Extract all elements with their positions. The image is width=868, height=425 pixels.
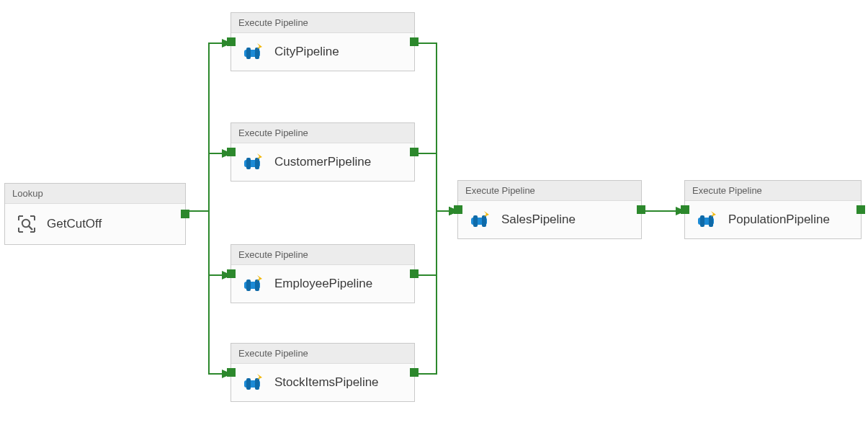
activity-type-label: Execute Pipeline	[231, 245, 414, 265]
activity-name: EmployeePipeline	[274, 277, 372, 291]
success-port[interactable]	[410, 37, 419, 46]
activity-stock[interactable]: Execute Pipeline StockItemsPipeline	[231, 343, 415, 402]
success-port[interactable]	[637, 205, 645, 214]
activity-type-label: Execute Pipeline	[458, 181, 641, 201]
activity-city[interactable]: Execute Pipeline CityPipeline	[231, 12, 415, 71]
activity-type-label: Execute Pipeline	[231, 13, 414, 33]
svg-rect-17	[255, 378, 259, 390]
svg-rect-25	[709, 215, 713, 227]
activity-name: StockItemsPipeline	[274, 375, 379, 390]
in-port[interactable]	[227, 269, 236, 278]
activity-type-label: Execute Pipeline	[231, 344, 414, 364]
pipeline-icon	[470, 211, 491, 228]
in-port[interactable]	[454, 205, 462, 214]
activity-customer[interactable]: Execute Pipeline CustomerPipeline	[231, 122, 415, 182]
in-port[interactable]	[227, 368, 236, 377]
svg-marker-14	[257, 275, 262, 281]
svg-point-1	[22, 220, 30, 227]
svg-marker-6	[257, 43, 262, 49]
activity-name: CustomerPipeline	[274, 155, 371, 169]
in-port[interactable]	[227, 148, 236, 156]
svg-marker-10	[257, 153, 262, 159]
pipeline-icon	[243, 43, 264, 61]
activity-type-label: Execute Pipeline	[231, 123, 414, 143]
success-port[interactable]	[410, 269, 419, 278]
activity-name: SalesPipeline	[501, 212, 576, 227]
svg-rect-16	[246, 378, 251, 390]
svg-rect-5	[255, 48, 259, 59]
activity-sales[interactable]: Execute Pipeline SalesPipeline	[457, 180, 642, 239]
pipeline-icon	[243, 374, 264, 391]
pipeline-icon	[243, 275, 264, 292]
svg-line-2	[29, 226, 32, 230]
activity-name: PopulationPipeline	[728, 212, 830, 227]
lookup-icon	[17, 214, 37, 234]
pipeline-icon	[697, 211, 718, 228]
success-port[interactable]	[856, 205, 865, 214]
svg-rect-20	[473, 215, 478, 227]
pipeline-icon	[243, 153, 264, 171]
activity-name: CityPipeline	[274, 45, 339, 59]
svg-rect-24	[700, 215, 704, 227]
svg-rect-13	[255, 279, 259, 291]
svg-marker-22	[484, 211, 489, 217]
svg-rect-12	[246, 279, 251, 291]
success-port[interactable]	[181, 210, 189, 218]
activity-population[interactable]: Execute Pipeline PopulationPipeline	[684, 180, 862, 239]
svg-rect-9	[255, 158, 259, 169]
svg-rect-8	[246, 158, 251, 169]
activity-name: GetCutOff	[47, 217, 102, 231]
svg-rect-4	[246, 48, 251, 59]
activity-employee[interactable]: Execute Pipeline EmployeePipeline	[231, 244, 415, 303]
activity-type-label: Lookup	[5, 184, 185, 204]
svg-marker-18	[257, 374, 262, 380]
in-port[interactable]	[681, 205, 689, 214]
activity-getcutoff[interactable]: Lookup GetCutOff	[4, 183, 186, 245]
success-port[interactable]	[410, 148, 419, 156]
activity-type-label: Execute Pipeline	[685, 181, 861, 201]
success-port[interactable]	[410, 368, 419, 377]
in-port[interactable]	[227, 37, 236, 46]
svg-rect-21	[482, 215, 486, 227]
svg-marker-26	[711, 211, 716, 217]
